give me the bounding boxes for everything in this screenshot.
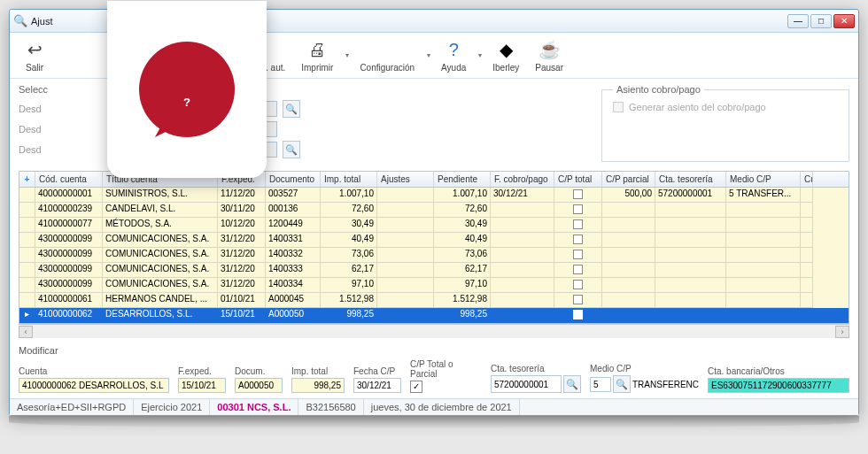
table-row[interactable]: 41000000061HERMANOS CANDEL, ...01/10/21A… (19, 293, 849, 308)
config-button[interactable]: Configuración (354, 61, 420, 74)
medio-code-input[interactable] (590, 377, 611, 392)
selection-title: Selecc (19, 84, 593, 95)
generar-checkbox[interactable] (613, 102, 624, 112)
table-row[interactable]: ▸41000000062DESARROLLOS, S.L.15/10/21A00… (19, 308, 849, 323)
maximize-button[interactable]: □ (810, 14, 832, 28)
table-row[interactable]: 43000000099COMUNICACIONES, S.A.31/12/201… (19, 263, 849, 278)
search-icon: 🔍 (13, 14, 27, 27)
lookup-button[interactable]: 🔍 (563, 375, 581, 393)
table-row[interactable]: 43000000099COMUNICACIONES, S.A.31/12/201… (19, 233, 849, 248)
iberley-icon: ◆ (493, 38, 518, 61)
pause-icon: ☕ (537, 38, 562, 61)
add-row-button[interactable]: + (19, 172, 35, 187)
data-grid[interactable]: + Cód. cuenta Título cuenta F.exped. Doc… (19, 171, 849, 324)
status-asesoria: Asesoría+ED+SII+RGPD (10, 399, 134, 415)
pausar-button[interactable]: ☕ Pausar (530, 36, 569, 74)
exit-icon: ↩ (22, 38, 47, 61)
table-row[interactable]: 41000000239CANDELAVI, S.L.30/11/20000136… (19, 203, 849, 218)
close-button[interactable]: ✕ (833, 14, 855, 28)
lookup-button[interactable]: 🔍 (283, 100, 300, 118)
imp-input[interactable] (291, 378, 345, 393)
help-bookmark: ? (107, 1, 267, 178)
status-fecha: jueves, 30 de diciembre de 2021 (364, 399, 520, 415)
table-row[interactable]: 43000000099COMUNICACIONES, S.A.31/12/201… (19, 278, 849, 293)
minimize-button[interactable]: — (787, 14, 809, 28)
asiento-fieldset: Asiento cobro/pago Generar asiento del c… (601, 84, 849, 162)
grid-body: 40000000001SUMINISTROS, S.L.11/12/200035… (19, 188, 849, 323)
cptotal-checkbox[interactable]: ✓ (410, 381, 422, 393)
iberley-button[interactable]: ◆ Iberley (487, 36, 524, 74)
table-row[interactable]: 43000000099COMUNICACIONES, S.A.31/12/201… (19, 248, 849, 263)
docum-input[interactable] (235, 378, 283, 393)
cuenta-input[interactable] (19, 378, 169, 393)
table-row[interactable]: 41000000077MÉTODOS, S.A.10/12/2012004493… (19, 218, 849, 233)
status-cif: B32156580 (298, 399, 363, 415)
question-mark-icon: ? (134, 36, 240, 142)
fecha-input[interactable] (353, 378, 401, 393)
scroll-right-button[interactable]: › (835, 326, 849, 338)
asiento-legend: Asiento cobro/pago (613, 84, 704, 95)
generar-label: Generar asiento del cobro/pago (629, 102, 766, 112)
svg-text:?: ? (183, 96, 190, 109)
ctates-input[interactable] (491, 375, 562, 393)
salir-button[interactable]: ↩ Salir (17, 36, 52, 74)
horizontal-scrollbar[interactable]: ‹ › (19, 324, 849, 338)
modify-panel: Modificar Cuenta F.exped. Docum. Imp. to… (10, 342, 858, 398)
lookup-button[interactable]: 🔍 (283, 141, 300, 158)
statusbar: Asesoría+ED+SII+RGPD Ejercicio 2021 0030… (10, 398, 858, 415)
help-icon: ? (441, 38, 466, 61)
chevron-down-icon[interactable]: ▾ (427, 51, 430, 59)
modify-title: Modificar (19, 345, 849, 356)
ayuda-button[interactable]: ? Ayuda (436, 36, 471, 74)
printer-icon: 🖨 (305, 38, 329, 61)
chevron-down-icon[interactable]: ▾ (345, 51, 349, 59)
status-ejercicio: Ejercicio 2021 (134, 399, 210, 415)
app-window: ? 🔍 Ajust — □ ✕ ↩ Salir ust. Aj. aut. 🖨 … (9, 9, 859, 416)
imprimir-button[interactable]: 🖨 Imprimir (296, 36, 338, 74)
chevron-down-icon[interactable]: ▾ (478, 51, 482, 59)
svg-point-0 (139, 42, 235, 137)
status-empresa: 00301 NCS, S.L. (210, 399, 298, 415)
medio-text: TRANSFERENC (632, 380, 699, 389)
table-row[interactable]: 40000000001SUMINISTROS, S.L.11/12/200035… (19, 188, 849, 203)
lookup-button[interactable]: 🔍 (613, 375, 631, 393)
fexped-input[interactable] (178, 378, 226, 393)
scroll-left-button[interactable]: ‹ (19, 326, 33, 338)
ctabanc-input[interactable] (708, 378, 849, 393)
